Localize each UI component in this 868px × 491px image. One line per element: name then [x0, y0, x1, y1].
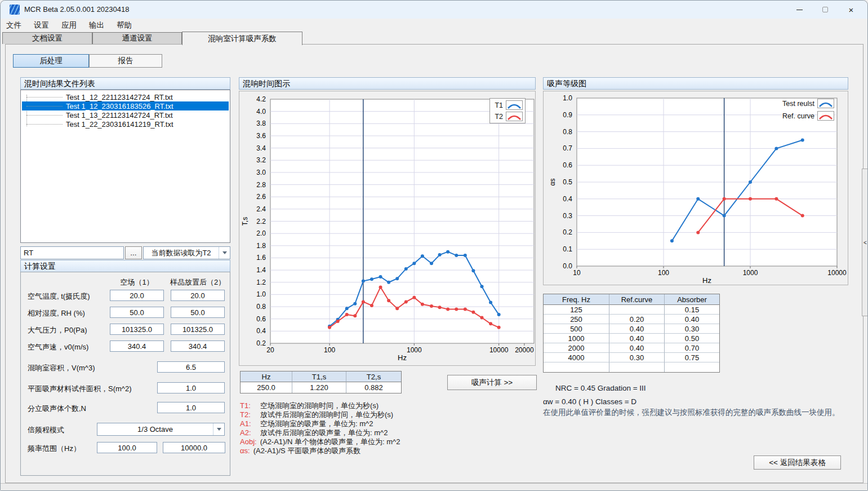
- svg-text:1.0: 1.0: [256, 290, 266, 298]
- panel-collapse-button[interactable]: <: [862, 169, 868, 316]
- svg-text:0.1: 0.1: [563, 245, 572, 253]
- legend-curve-icon-blue: [817, 99, 834, 108]
- close-button[interactable]: ×: [838, 1, 864, 19]
- svg-text:2.0: 2.0: [256, 229, 266, 237]
- rt-chart-container: 0.20.40.60.81.01.21.41.61.82.02.22.42.62…: [239, 91, 536, 366]
- svg-text:1.6: 1.6: [256, 254, 266, 262]
- tab-document-settings[interactable]: 文档设置: [2, 32, 92, 44]
- file-name: Test 1_12_230316183526_RT.txt: [66, 102, 173, 110]
- freq-range-low-field[interactable]: 100.0: [97, 442, 157, 453]
- grade-table: Freq. Hz Ref.curve Absorber 125 0.15 250…: [543, 294, 720, 373]
- grade-cell[interactable]: 0.75: [665, 353, 719, 362]
- note-key: A2:: [240, 428, 258, 437]
- grade-cell[interactable]: 0.15: [665, 305, 719, 315]
- app-logo-icon: [10, 5, 20, 15]
- grade-cell[interactable]: 0.40: [609, 334, 665, 343]
- svg-text:3.6: 3.6: [256, 132, 266, 140]
- absorber-count-field[interactable]: 1.0: [157, 402, 225, 413]
- calc-settings-header: 计算设置: [20, 260, 230, 272]
- maximize-button[interactable]: [812, 1, 838, 19]
- menu-output[interactable]: 输出: [89, 20, 104, 30]
- menu-file[interactable]: 文件: [6, 20, 21, 30]
- nrc-result-text: NRC = 0.45 Gradation = III: [555, 384, 646, 392]
- minimize-icon: [796, 10, 803, 10]
- grade-cell[interactable]: 0.40: [609, 324, 665, 334]
- grade-cell[interactable]: 4000: [544, 353, 609, 362]
- humidity-field-2[interactable]: 50.0: [171, 307, 225, 318]
- octave-mode-label: 倍频程模式: [28, 425, 64, 435]
- grade-cell[interactable]: 0.50: [665, 334, 719, 343]
- rt-table-cell-t2[interactable]: 0.882: [346, 382, 401, 393]
- grade-cell[interactable]: 0.40: [665, 315, 719, 324]
- sample-area-field[interactable]: 1.0: [157, 382, 225, 393]
- note-text: (A2-A1)/S 平面吸声体的吸声系数: [253, 446, 361, 455]
- svg-text:10000: 10000: [489, 346, 509, 354]
- grade-cell[interactable]: [665, 362, 719, 372]
- absorption-calc-button[interactable]: 吸声计算 >>: [447, 375, 537, 390]
- menu-settings[interactable]: 设置: [34, 20, 49, 30]
- data-source-dropdown[interactable]: 当前数据读取为T2: [143, 246, 230, 259]
- rt-table-cell-t1[interactable]: 1.220: [292, 382, 346, 393]
- rt-table-header-hz: Hz: [241, 371, 292, 382]
- rt-name-input[interactable]: RT: [20, 246, 124, 259]
- svg-text:2.4: 2.4: [256, 205, 266, 213]
- data-source-value: 当前数据读取为T2: [144, 248, 219, 258]
- rt-chart-canvas[interactable]: 0.20.40.60.81.01.21.41.61.82.02.22.42.62…: [239, 91, 535, 365]
- grade-cell[interactable]: 1000: [544, 334, 609, 343]
- legend-label-ref-curve: Ref. curve: [782, 112, 814, 120]
- svg-text:1000: 1000: [407, 346, 422, 354]
- note-key: T1:: [240, 401, 258, 410]
- close-icon: ×: [849, 6, 854, 14]
- svg-text:10: 10: [573, 269, 581, 277]
- air-temp-field-1[interactable]: 20.0: [110, 290, 164, 301]
- browse-button[interactable]: ...: [125, 246, 142, 259]
- chevron-down-icon: [219, 247, 230, 259]
- file-list-item[interactable]: Test 1_22_230316141219_RT.txt: [22, 120, 229, 129]
- grade-cell[interactable]: 0.30: [665, 324, 719, 334]
- grade-cell[interactable]: [609, 305, 665, 315]
- freq-range-label: 频率范围（Hz）: [28, 444, 81, 454]
- menu-help[interactable]: 帮助: [117, 20, 132, 30]
- minimize-button[interactable]: [786, 1, 812, 19]
- grade-cell[interactable]: 2000: [544, 343, 609, 353]
- svg-text:2.2: 2.2: [256, 218, 266, 225]
- rt-table-cell-hz[interactable]: 250.0: [241, 382, 292, 393]
- file-list-item-selected[interactable]: Test 1_12_230316183526_RT.txt: [22, 101, 229, 110]
- grade-cell[interactable]: [609, 362, 665, 372]
- grade-cell[interactable]: 500: [544, 324, 609, 334]
- grade-cell[interactable]: 0.30: [609, 353, 665, 362]
- back-to-results-button[interactable]: << 返回结果表格: [754, 455, 841, 470]
- rt-table-header-t1: T1,s: [292, 371, 346, 382]
- rt-cursor-table: Hz T1,s T2,s 250.0 1.220 0.882: [240, 371, 402, 393]
- grade-cell[interactable]: 250: [544, 315, 609, 324]
- file-name: Test 1_12_221123142724_RT.txt: [66, 93, 173, 101]
- sound-speed-field-2[interactable]: 340.4: [171, 340, 225, 352]
- grade-cell[interactable]: 0.40: [609, 343, 665, 353]
- pressure-field-1[interactable]: 101325.0: [110, 324, 164, 335]
- grade-cell[interactable]: [544, 362, 609, 372]
- file-name: Test 1_13_221123142724_RT.txt: [66, 111, 173, 120]
- file-list-item[interactable]: Test 1_12_221123142724_RT.txt: [22, 92, 229, 101]
- column-header-empty-room: 空场（1）: [109, 277, 165, 287]
- tab-channel-settings[interactable]: 通道设置: [92, 32, 182, 44]
- menu-apply[interactable]: 应用: [61, 20, 77, 30]
- rt-table-header-t2: T2,s: [346, 371, 401, 382]
- tab-reverb-room-absorption[interactable]: 混响室计算吸声系数: [182, 32, 302, 45]
- svg-text:3.0: 3.0: [256, 169, 266, 176]
- pressure-field-2[interactable]: 101325.0: [171, 324, 225, 335]
- subtab-postprocess[interactable]: 后处理: [13, 54, 89, 68]
- tree-branch-line: [26, 115, 63, 116]
- octave-mode-dropdown[interactable]: 1/3 Octave: [97, 423, 225, 436]
- grade-cell[interactable]: 0.70: [665, 343, 719, 353]
- air-temp-field-2[interactable]: 20.0: [171, 290, 225, 301]
- sound-speed-field-1[interactable]: 340.4: [110, 340, 164, 352]
- grade-cell[interactable]: 125: [544, 305, 609, 315]
- note-key: A1:: [240, 419, 258, 428]
- file-list-item[interactable]: Test 1_13_221123142724_RT.txt: [22, 110, 229, 120]
- subtab-report[interactable]: 报告: [89, 54, 162, 68]
- freq-range-high-field[interactable]: 10000.0: [163, 442, 225, 453]
- title-bar: MCR Beta 2.05.0.001 20230418 ×: [1, 1, 867, 19]
- grade-cell[interactable]: 0.20: [609, 315, 665, 324]
- room-volume-field[interactable]: 6.5: [157, 361, 225, 373]
- humidity-field-1[interactable]: 50.0: [110, 307, 164, 318]
